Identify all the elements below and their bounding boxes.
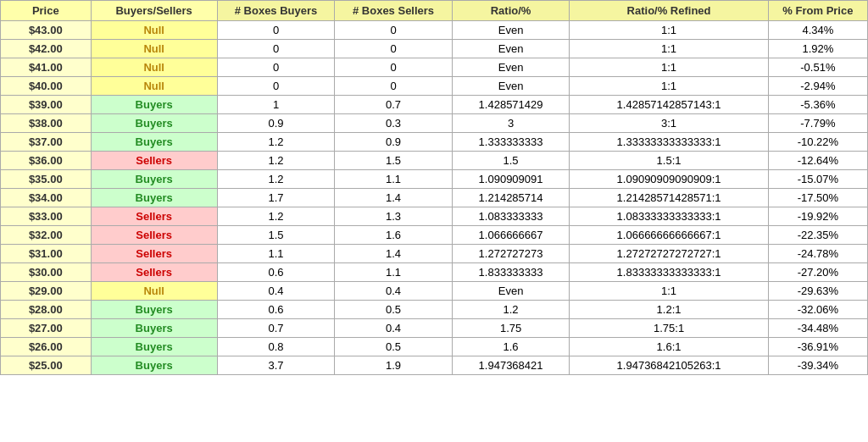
buyers-sellers-cell: Buyers xyxy=(91,301,217,319)
ratio-refined-cell: 1.75:1 xyxy=(570,319,768,338)
price-cell: $31.00 xyxy=(1,245,92,263)
boxes-sellers-cell: 0.5 xyxy=(335,338,453,356)
from-price-cell: -36.91% xyxy=(768,338,867,356)
price-cell: $39.00 xyxy=(1,96,92,114)
from-price-cell: -2.94% xyxy=(768,77,867,96)
price-cell: $35.00 xyxy=(1,170,92,189)
ratio-cell: 1.75 xyxy=(452,319,570,338)
table-row: $41.00Null00Even1:1-0.51% xyxy=(1,58,868,77)
table-row: $38.00Buyers0.90.333:1-7.79% xyxy=(1,114,868,133)
price-cell: $40.00 xyxy=(1,77,92,96)
boxes-sellers-cell: 0.7 xyxy=(335,96,453,114)
boxes-sellers-cell: 0.4 xyxy=(335,319,453,338)
from-price-cell: -19.92% xyxy=(768,207,867,226)
col-header---boxes-sellers: # Boxes Sellers xyxy=(335,1,453,21)
boxes-buyers-cell: 1 xyxy=(217,96,335,114)
ratio-cell: Even xyxy=(452,21,570,40)
table-row: $43.00Null00Even1:14.34% xyxy=(1,21,868,40)
buyers-sellers-cell: Buyers xyxy=(91,338,217,356)
ratio-cell: 1.272727273 xyxy=(452,245,570,263)
buyers-sellers-cell: Buyers xyxy=(91,133,217,152)
boxes-sellers-cell: 1.1 xyxy=(335,263,453,282)
boxes-sellers-cell: 0 xyxy=(335,58,453,77)
ratio-refined-cell: 1:1 xyxy=(570,77,768,96)
ratio-refined-cell: 1:1 xyxy=(570,58,768,77)
boxes-sellers-cell: 1.6 xyxy=(335,226,453,245)
boxes-sellers-cell: 0 xyxy=(335,77,453,96)
boxes-buyers-cell: 3.7 xyxy=(217,356,335,375)
price-cell: $43.00 xyxy=(1,21,92,40)
price-cell: $42.00 xyxy=(1,40,92,58)
col-header---boxes-buyers: # Boxes Buyers xyxy=(217,1,335,21)
boxes-buyers-cell: 0.7 xyxy=(217,319,335,338)
ratio-cell: 1.5 xyxy=(452,152,570,170)
buyers-sellers-cell: Buyers xyxy=(91,170,217,189)
from-price-cell: -15.07% xyxy=(768,170,867,189)
boxes-buyers-cell: 1.2 xyxy=(217,207,335,226)
ratio-cell: 1.333333333 xyxy=(452,133,570,152)
table-row: $39.00Buyers10.71.4285714291.42857142857… xyxy=(1,96,868,114)
ratio-refined-cell: 1.08333333333333:1 xyxy=(570,207,768,226)
ratio-cell: 1.083333333 xyxy=(452,207,570,226)
boxes-buyers-cell: 0 xyxy=(217,40,335,58)
price-cell: $34.00 xyxy=(1,189,92,207)
buyers-sellers-cell: Buyers xyxy=(91,114,217,133)
price-cell: $41.00 xyxy=(1,58,92,77)
price-cell: $36.00 xyxy=(1,152,92,170)
buyers-sellers-cell: Buyers xyxy=(91,319,217,338)
table-row: $28.00Buyers0.60.51.21.2:1-32.06% xyxy=(1,301,868,319)
ratio-refined-cell: 1.2:1 xyxy=(570,301,768,319)
ratio-refined-cell: 1:1 xyxy=(570,282,768,301)
boxes-sellers-cell: 1.1 xyxy=(335,170,453,189)
from-price-cell: -7.79% xyxy=(768,114,867,133)
from-price-cell: -27.20% xyxy=(768,263,867,282)
boxes-sellers-cell: 1.4 xyxy=(335,189,453,207)
ratio-refined-cell: 1.83333333333333:1 xyxy=(570,263,768,282)
ratio-cell: Even xyxy=(452,77,570,96)
ratio-refined-cell: 1.6:1 xyxy=(570,338,768,356)
buyers-sellers-cell: Sellers xyxy=(91,207,217,226)
price-cell: $37.00 xyxy=(1,133,92,152)
ratio-cell: 1.6 xyxy=(452,338,570,356)
ratio-refined-cell: 1.33333333333333:1 xyxy=(570,133,768,152)
table-row: $42.00Null00Even1:11.92% xyxy=(1,40,868,58)
table-row: $25.00Buyers3.71.91.9473684211.947368421… xyxy=(1,356,868,375)
ratio-cell: 1.090909091 xyxy=(452,170,570,189)
buyers-sellers-cell: Buyers xyxy=(91,356,217,375)
from-price-cell: -22.35% xyxy=(768,226,867,245)
price-cell: $28.00 xyxy=(1,301,92,319)
table-row: $33.00Sellers1.21.31.0833333331.08333333… xyxy=(1,207,868,226)
ratio-refined-cell: 1.5:1 xyxy=(570,152,768,170)
from-price-cell: -5.36% xyxy=(768,96,867,114)
from-price-cell: -24.78% xyxy=(768,245,867,263)
col-header---from-price: % From Price xyxy=(768,1,867,21)
buyers-sellers-cell: Null xyxy=(91,77,217,96)
ratio-refined-cell: 1:1 xyxy=(570,40,768,58)
ratio-cell: 1.428571429 xyxy=(452,96,570,114)
from-price-cell: -0.51% xyxy=(768,58,867,77)
boxes-buyers-cell: 0.8 xyxy=(217,338,335,356)
price-cell: $25.00 xyxy=(1,356,92,375)
table-row: $31.00Sellers1.11.41.2727272731.27272727… xyxy=(1,245,868,263)
ratio-cell: 1.2 xyxy=(452,301,570,319)
ratio-refined-cell: 1.06666666666667:1 xyxy=(570,226,768,245)
boxes-buyers-cell: 0.6 xyxy=(217,263,335,282)
ratio-cell: Even xyxy=(452,282,570,301)
boxes-buyers-cell: 1.7 xyxy=(217,189,335,207)
ratio-refined-cell: 1.42857142857143:1 xyxy=(570,96,768,114)
from-price-cell: -39.34% xyxy=(768,356,867,375)
boxes-buyers-cell: 1.2 xyxy=(217,133,335,152)
buyers-sellers-cell: Buyers xyxy=(91,189,217,207)
buyers-sellers-cell: Null xyxy=(91,21,217,40)
table-row: $36.00Sellers1.21.51.51.5:1-12.64% xyxy=(1,152,868,170)
col-header-price: Price xyxy=(1,1,92,21)
boxes-buyers-cell: 0 xyxy=(217,77,335,96)
ratio-refined-cell: 1.27272727272727:1 xyxy=(570,245,768,263)
table-row: $29.00Null0.40.4Even1:1-29.63% xyxy=(1,282,868,301)
table-row: $26.00Buyers0.80.51.61.6:1-36.91% xyxy=(1,338,868,356)
boxes-buyers-cell: 0 xyxy=(217,58,335,77)
ratio-cell: Even xyxy=(452,40,570,58)
from-price-cell: -34.48% xyxy=(768,319,867,338)
from-price-cell: -10.22% xyxy=(768,133,867,152)
buyers-sellers-cell: Sellers xyxy=(91,226,217,245)
